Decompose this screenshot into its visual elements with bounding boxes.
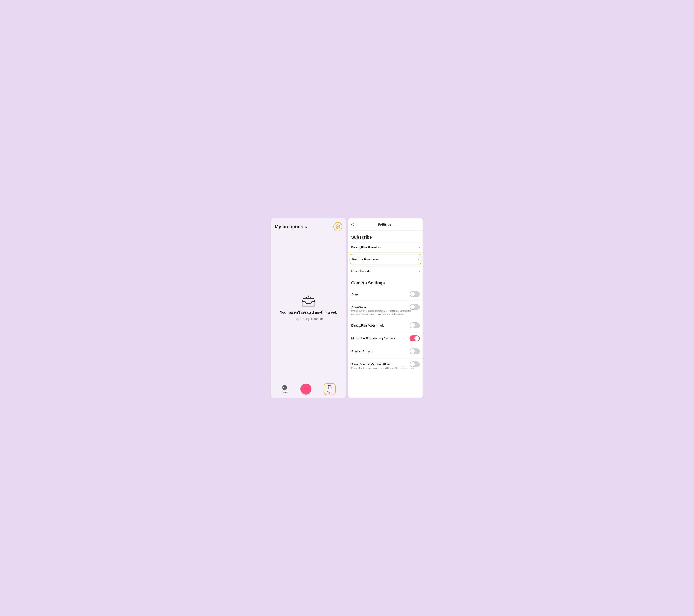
fab-add-button[interactable]: + xyxy=(300,383,311,395)
title-group: My creations ⌄ xyxy=(275,224,308,230)
chevron-right-icon: › xyxy=(419,270,420,273)
save-original-toggle[interactable] xyxy=(409,361,420,367)
beautyplus-premium-item[interactable]: BeautyPlus Premium › xyxy=(348,242,423,253)
svg-line-3 xyxy=(310,296,311,297)
left-panel: My creations ⌄ You haven't cre xyxy=(271,218,346,398)
watermark-toggle[interactable] xyxy=(409,323,420,328)
subscribe-section-header: Subscribe xyxy=(348,231,423,242)
empty-tray-icon xyxy=(300,295,317,308)
my-tab-label: My xyxy=(327,391,330,394)
toggle-knob xyxy=(415,336,419,341)
watermark-label: BeautyPlus Watermark xyxy=(351,324,384,327)
auto-save-desc: Photos will be saved automatically. If d… xyxy=(348,309,423,319)
restore-purchases-wrapper: Restore Purchases › xyxy=(348,253,423,266)
acne-item[interactable]: Acne xyxy=(348,288,423,301)
svg-rect-7 xyxy=(328,385,331,389)
acne-label: Acne xyxy=(351,292,359,296)
toggle-knob xyxy=(410,362,415,367)
auto-save-label: Auto-Save xyxy=(351,305,366,309)
restore-purchases-label: Restore Purchases xyxy=(352,257,379,261)
auto-save-toggle[interactable] xyxy=(409,304,420,310)
settings-title: Settings xyxy=(356,222,413,227)
tab-bar: Home + My xyxy=(271,381,346,398)
right-panel: < Settings Subscribe BeautyPlus Premium … xyxy=(348,218,423,398)
chevron-right-icon: › xyxy=(419,246,420,249)
settings-button[interactable] xyxy=(333,222,342,231)
settings-content: Subscribe BeautyPlus Premium › Restore P… xyxy=(348,231,423,398)
tab-my[interactable]: My xyxy=(324,383,335,395)
my-tab-wrapper: My xyxy=(324,383,335,395)
back-button[interactable]: < xyxy=(351,222,356,228)
camera-section-header: Camera Settings xyxy=(348,276,423,288)
device-container: My creations ⌄ You haven't cre xyxy=(268,216,426,400)
watermark-item[interactable]: BeautyPlus Watermark xyxy=(348,319,423,332)
item-right: › xyxy=(419,246,420,249)
left-header: My creations ⌄ xyxy=(271,218,346,235)
shutter-sound-label: Shutter Sound xyxy=(351,349,372,353)
chevron-right-icon: › xyxy=(418,258,419,261)
mirror-camera-label: Mirror the Front-facing Camera xyxy=(351,337,395,340)
save-original-desc: Photo shot by system camera and BeautyPl… xyxy=(348,366,423,373)
mirror-camera-item[interactable]: Mirror the Front-facing Camera xyxy=(348,332,423,345)
page-title: My creations xyxy=(275,224,304,230)
toggle-knob xyxy=(410,323,415,328)
empty-state: You haven't created anything yet. Tap "+… xyxy=(271,235,346,381)
refer-friends-item[interactable]: Refer Friends › xyxy=(348,266,423,276)
empty-title: You haven't created anything yet. xyxy=(280,310,337,314)
toggle-knob xyxy=(410,305,415,309)
settings-header: < Settings xyxy=(348,218,423,231)
chevron-down-icon[interactable]: ⌄ xyxy=(305,225,308,229)
beautyplus-premium-label: BeautyPlus Premium xyxy=(351,246,381,249)
home-tab-label: Home xyxy=(281,391,288,394)
save-original-label: Save Another Original Photo xyxy=(351,362,391,366)
shutter-sound-item[interactable]: Shutter Sound xyxy=(348,345,423,358)
toggle-knob xyxy=(410,349,415,354)
shutter-sound-toggle[interactable] xyxy=(409,348,420,355)
refer-friends-label: Refer Friends xyxy=(351,269,371,273)
toggle-knob xyxy=(410,292,415,296)
restore-purchases-item[interactable]: Restore Purchases › xyxy=(350,254,421,265)
mirror-camera-toggle[interactable] xyxy=(409,336,420,341)
svg-line-2 xyxy=(306,296,307,297)
tab-home[interactable]: Home xyxy=(281,385,288,394)
item-right: › xyxy=(419,270,420,273)
fab-plus-icon: + xyxy=(304,386,308,392)
my-icon xyxy=(327,384,332,390)
empty-subtitle: Tap "+" to get started! xyxy=(294,317,323,321)
acne-toggle[interactable] xyxy=(409,291,420,297)
svg-point-0 xyxy=(337,226,339,228)
home-icon xyxy=(282,385,287,390)
gear-icon xyxy=(335,224,340,229)
